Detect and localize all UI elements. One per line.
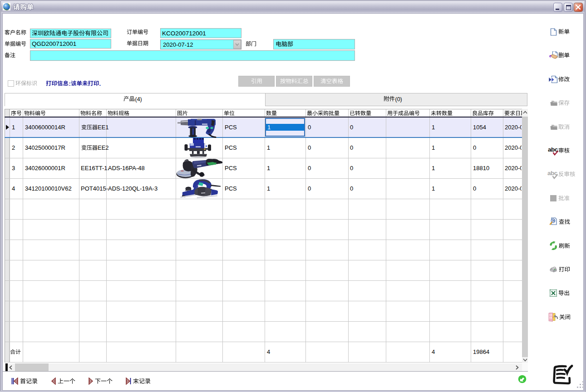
svg-text:H: H <box>552 219 555 222</box>
